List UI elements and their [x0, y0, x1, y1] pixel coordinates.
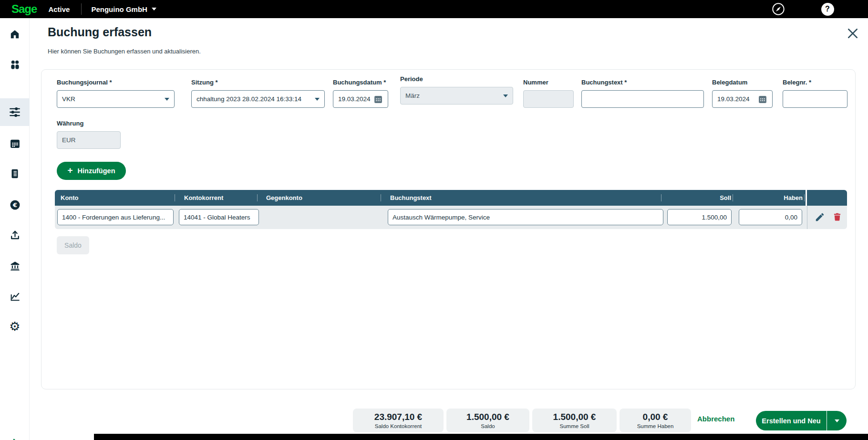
total-saldo: 1.500,00 € Saldo — [446, 409, 529, 432]
sidebar-item-documents[interactable] — [0, 160, 30, 187]
total-label: Saldo Kontokorrent — [375, 423, 422, 429]
sidebar-item-home[interactable] — [0, 21, 30, 48]
submit-split-button: Erstellen und Neu — [756, 411, 847, 430]
total-summe-soll: 1.500,00 € Summe Soll — [532, 409, 617, 432]
company-switcher[interactable]: Penguino GmbH — [91, 5, 156, 13]
calendar-picker-icon[interactable] — [373, 94, 383, 104]
belegdatum-input[interactable] — [712, 90, 773, 108]
calendar-picker-icon[interactable] — [758, 94, 767, 104]
total-label: Summe Soll — [560, 423, 589, 429]
buchungstext-input[interactable] — [581, 90, 704, 108]
sitzung-label: Sitzung * — [191, 79, 325, 86]
field-sitzung: Sitzung * — [191, 79, 325, 108]
totals-bar: 23.907,10 € Saldo Kontokorrent 1.500,00 … — [353, 409, 691, 432]
row-buchungstext-input[interactable] — [388, 209, 663, 225]
buchungsjournal-select[interactable] — [57, 90, 175, 108]
row-kontokorrent-input[interactable] — [179, 209, 259, 225]
total-label: Saldo — [481, 423, 495, 429]
sidebar-item-journals[interactable] — [0, 98, 30, 126]
booking-form-panel: Buchungsjournal * Sitzung * Buchungsdatu… — [41, 69, 856, 389]
buchungsjournal-label: Buchungsjournal * — [57, 79, 175, 86]
svg-text:€: € — [12, 201, 17, 209]
row-konto-input[interactable] — [57, 209, 174, 225]
gear-icon: ⚙ — [9, 320, 20, 333]
chevron-down-icon — [315, 98, 320, 101]
column-header-haben: Haben — [742, 190, 803, 206]
buchungsdatum-input[interactable] — [333, 90, 388, 108]
submit-dropdown-button[interactable] — [827, 411, 847, 430]
field-buchungsdatum: Buchungsdatum * — [333, 79, 388, 108]
sidebar-item-upload[interactable] — [0, 221, 30, 248]
belegdatum-label: Belegdatum — [712, 79, 773, 86]
total-value: 0,00 € — [643, 412, 668, 422]
field-buchungstext: Buchungstext * — [581, 79, 704, 108]
total-value: 1.500,00 € — [466, 412, 509, 422]
field-nummer: Nummer — [523, 79, 574, 108]
product-name: Active — [48, 5, 70, 13]
row-haben-input[interactable] — [739, 209, 802, 225]
calendar-icon — [9, 137, 21, 149]
bottom-strip — [94, 434, 868, 440]
upload-icon — [9, 229, 21, 241]
add-row-button[interactable]: + Hinzufügen — [57, 162, 126, 180]
pencil-icon — [815, 212, 825, 222]
plus-icon: + — [67, 165, 72, 176]
sidebar-item-bank[interactable] — [0, 252, 30, 279]
column-header-kontokorrent: Kontokorrent — [184, 190, 223, 206]
booking-lines-table: Konto Kontokorrent Gegenkonto Buchungste… — [55, 190, 847, 229]
close-icon[interactable] — [845, 26, 860, 42]
field-periode: Periode — [400, 75, 513, 105]
contacts-icon — [9, 59, 21, 71]
total-value: 23.907,10 € — [374, 412, 422, 422]
create-and-new-button[interactable]: Erstellen und Neu — [756, 411, 827, 430]
app-window: Sage Active Penguino GmbH ? € — [0, 0, 868, 440]
compass-icon[interactable] — [771, 2, 785, 16]
company-name: Penguino GmbH — [91, 5, 147, 13]
field-buchungsjournal: Buchungsjournal * — [57, 79, 175, 108]
arrow-right-icon — [7, 436, 20, 440]
sidebar-item-contacts[interactable] — [0, 51, 30, 78]
add-row-label: Hinzufügen — [78, 167, 115, 175]
row-soll-input[interactable] — [667, 209, 732, 225]
expand-sidebar-button[interactable] — [7, 436, 20, 440]
euro-icon: € — [9, 199, 21, 211]
field-waehrung: Währung — [57, 120, 121, 149]
sitzung-select[interactable] — [191, 90, 325, 108]
page-subtitle: Hier können Sie Buchungen erfassen und a… — [48, 48, 201, 55]
total-summe-haben: 0,00 € Summe Haben — [620, 409, 691, 432]
sliders-icon — [9, 106, 21, 118]
total-label: Summe Haben — [637, 423, 674, 429]
periode-label: Periode — [400, 75, 513, 83]
sidebar-item-calendar[interactable] — [0, 130, 30, 157]
document-icon — [9, 168, 21, 179]
total-saldo-kontokorrent: 23.907,10 € Saldo Kontokorrent — [353, 409, 444, 432]
table-row — [55, 206, 847, 229]
belegnr-input[interactable] — [783, 90, 847, 108]
help-icon[interactable]: ? — [820, 2, 835, 16]
cancel-button[interactable]: Abbrechen — [697, 415, 734, 423]
field-belegdatum: Belegdatum — [712, 79, 773, 108]
delete-row-button[interactable] — [831, 212, 843, 223]
column-header-gegenkonto: Gegenkonto — [266, 190, 302, 206]
sidebar-item-reports[interactable] — [0, 283, 30, 310]
field-belegnr: Belegnr. * — [783, 79, 847, 108]
chart-icon — [9, 291, 21, 303]
topbar-divider — [81, 3, 82, 15]
bank-icon — [9, 260, 21, 272]
home-icon — [9, 29, 21, 40]
buchungstext-label: Buchungstext * — [581, 79, 704, 86]
topbar: Sage Active Penguino GmbH ? — [0, 0, 868, 18]
nummer-label: Nummer — [523, 79, 574, 86]
column-header-soll: Soll — [670, 190, 731, 206]
sidebar: € ⚙ — [0, 18, 30, 440]
sidebar-item-currency[interactable]: € — [0, 191, 30, 218]
waehrung-input — [57, 131, 121, 149]
page-title: Buchung erfassen — [48, 25, 152, 39]
chevron-down-icon — [152, 8, 156, 10]
saldo-button[interactable]: Saldo — [57, 236, 89, 254]
chevron-down-icon — [503, 94, 508, 97]
edit-row-button[interactable] — [814, 212, 826, 223]
chevron-down-icon — [165, 98, 169, 101]
sidebar-item-settings[interactable]: ⚙ — [0, 313, 30, 340]
periode-select — [400, 87, 513, 105]
